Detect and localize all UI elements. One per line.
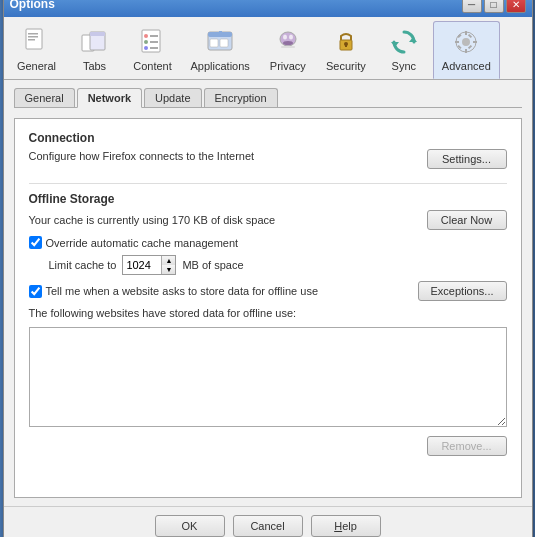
dialog-footer: OK Cancel Help (4, 506, 532, 537)
content-label: Content (133, 60, 172, 72)
tell-me-checkbox[interactable] (29, 285, 42, 298)
limit-label: Limit cache to (49, 259, 117, 271)
limit-row: Limit cache to ▲ ▼ MB of space (49, 255, 507, 275)
svg-rect-6 (90, 32, 105, 36)
sync-icon (388, 26, 420, 58)
svg-rect-33 (455, 41, 459, 43)
override-row: Override automatic cache management (29, 236, 507, 249)
maximize-button[interactable]: □ (484, 0, 504, 13)
advanced-icon (450, 26, 482, 58)
tabs-label: Tabs (83, 60, 106, 72)
svg-rect-13 (150, 47, 158, 49)
toolbar-item-privacy[interactable]: Privacy (259, 21, 317, 79)
svg-rect-17 (220, 39, 228, 47)
help-button[interactable]: Help (311, 515, 381, 537)
svg-point-21 (289, 35, 293, 40)
toolbar-item-sync[interactable]: Sync (375, 21, 433, 79)
tell-me-row: Tell me when a website asks to store dat… (29, 281, 507, 301)
limit-input-group: ▲ ▼ (122, 255, 176, 275)
options-window: Options ─ □ ✕ General (3, 0, 533, 537)
svg-rect-26 (345, 44, 347, 47)
toolbar-item-content[interactable]: Content (124, 21, 182, 79)
tell-me-label: Tell me when a website asks to store dat… (46, 285, 319, 297)
settings-panel: Connection Configure how Firefox connect… (14, 118, 522, 498)
applications-label: Applications (191, 60, 250, 72)
list-label: The following websites have stored data … (29, 307, 507, 319)
tell-me-checkbox-row: Tell me when a website asks to store dat… (29, 285, 319, 298)
close-button[interactable]: ✕ (506, 0, 526, 13)
svg-point-20 (283, 35, 287, 40)
svg-marker-28 (391, 42, 399, 47)
connection-desc: Configure how Firefox connects to the In… (29, 150, 255, 162)
svg-rect-34 (473, 41, 477, 43)
clear-now-button[interactable]: Clear Now (427, 210, 507, 230)
remove-button[interactable]: Remove... (427, 436, 507, 456)
tabs-icon (79, 26, 111, 58)
security-label: Security (326, 60, 366, 72)
limit-unit: MB of space (182, 259, 243, 271)
section-divider (29, 183, 507, 184)
storage-title: Offline Storage (29, 192, 507, 206)
toolbar-item-security[interactable]: Security (317, 21, 375, 79)
security-icon (330, 26, 362, 58)
general-icon (21, 26, 53, 58)
offline-storage-section: Offline Storage Your cache is currently … (29, 192, 507, 456)
tab-update[interactable]: Update (144, 88, 201, 107)
svg-rect-37 (468, 34, 472, 38)
connection-row: Configure how Firefox connects to the In… (29, 149, 507, 169)
settings-button[interactable]: Settings... (427, 149, 507, 169)
toolbar-item-tabs[interactable]: Tabs (66, 21, 124, 79)
remove-row: Remove... (29, 436, 507, 456)
spin-down-button[interactable]: ▼ (161, 265, 175, 274)
override-label: Override automatic cache management (46, 237, 239, 249)
subtabs: General Network Update Encryption (14, 88, 522, 108)
content-area: General Network Update Encryption Connec… (4, 80, 532, 506)
spinners: ▲ ▼ (161, 256, 175, 274)
svg-rect-3 (28, 39, 35, 41)
cache-row: Your cache is currently using 170 KB of … (29, 210, 507, 230)
privacy-icon (272, 26, 304, 58)
svg-rect-2 (28, 36, 38, 38)
cache-desc: Your cache is currently using 170 KB of … (29, 214, 276, 226)
svg-point-22 (283, 41, 293, 45)
advanced-label: Advanced (442, 60, 491, 72)
general-label: General (17, 60, 56, 72)
override-checkbox[interactable] (29, 236, 42, 249)
svg-rect-18 (219, 31, 222, 35)
svg-rect-36 (468, 45, 472, 49)
title-controls: ─ □ ✕ (462, 0, 526, 13)
minimize-button[interactable]: ─ (462, 0, 482, 13)
ok-button[interactable]: OK (155, 515, 225, 537)
exceptions-button[interactable]: Exceptions... (418, 281, 507, 301)
spin-up-button[interactable]: ▲ (161, 256, 175, 265)
tab-encryption[interactable]: Encryption (204, 88, 278, 107)
svg-rect-11 (150, 41, 158, 43)
sync-label: Sync (392, 60, 416, 72)
svg-point-12 (144, 46, 148, 50)
limit-input[interactable] (123, 257, 161, 273)
svg-rect-32 (465, 49, 467, 53)
svg-rect-9 (150, 35, 158, 37)
connection-title: Connection (29, 131, 507, 145)
svg-rect-31 (465, 31, 467, 35)
privacy-label: Privacy (270, 60, 306, 72)
svg-point-8 (144, 34, 148, 38)
svg-point-10 (144, 40, 148, 44)
applications-icon (204, 26, 236, 58)
connection-section: Connection Configure how Firefox connect… (29, 131, 507, 169)
toolbar: General Tabs (4, 17, 532, 80)
svg-marker-27 (409, 37, 417, 42)
content-icon (137, 26, 169, 58)
tab-general[interactable]: General (14, 88, 75, 107)
toolbar-item-general[interactable]: General (8, 21, 66, 79)
title-bar: Options ─ □ ✕ (4, 0, 532, 17)
cancel-button[interactable]: Cancel (233, 515, 303, 537)
tab-network[interactable]: Network (77, 88, 142, 108)
website-list[interactable] (29, 327, 507, 427)
svg-point-30 (462, 38, 470, 46)
toolbar-item-applications[interactable]: Applications (182, 21, 259, 79)
svg-rect-23 (281, 46, 295, 48)
toolbar-item-advanced[interactable]: Advanced (433, 21, 500, 79)
svg-rect-16 (210, 39, 218, 47)
svg-rect-1 (28, 33, 38, 35)
